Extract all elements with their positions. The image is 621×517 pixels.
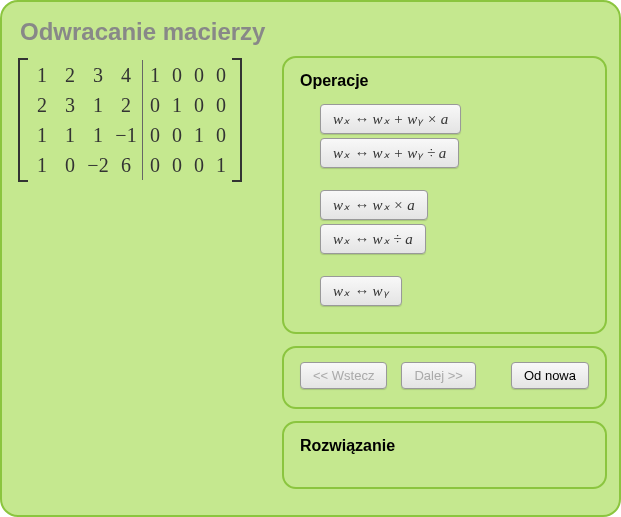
op-swap-button[interactable]: wₓ ↔ wᵧ: [320, 276, 402, 306]
reset-label: Od nowa: [524, 368, 576, 383]
op-btn-label: wₓ ↔ wₓ ÷ a: [333, 231, 413, 247]
op-add-div-button[interactable]: wₓ ↔ wₓ + wᵧ ÷ a: [320, 138, 459, 168]
matrix-cell: 1: [28, 64, 56, 87]
reset-button[interactable]: Od nowa: [511, 362, 589, 389]
matrix-cell: 2: [28, 94, 56, 117]
matrix-cell: 0: [188, 154, 210, 177]
matrix-separator: [142, 150, 143, 180]
matrix-cell: 1: [56, 124, 84, 147]
matrix-separator: [142, 90, 143, 120]
matrix-cell: 4: [112, 64, 140, 87]
matrix-cell: 0: [210, 124, 232, 147]
back-button[interactable]: << Wstecz: [300, 362, 387, 389]
matrix-cell: 0: [56, 154, 84, 177]
matrix-cell: 3: [84, 64, 112, 87]
op-btn-label: wₓ ↔ wₓ × a: [333, 197, 415, 213]
op-btn-label: wₓ ↔ wₓ + wᵧ × a: [333, 111, 448, 127]
right-column: Operacje wₓ ↔ wₓ + wᵧ × a wₓ ↔ wₓ + wᵧ ÷…: [282, 56, 607, 489]
matrix-cell: 1: [210, 154, 232, 177]
content: 1234100023120100111−1001010−260001 Opera…: [14, 56, 607, 489]
matrix-cell: 0: [166, 154, 188, 177]
matrix-cell: 1: [84, 124, 112, 147]
bracket-right: [234, 58, 242, 182]
matrix-cell: 0: [144, 94, 166, 117]
augmented-matrix: 1234100023120100111−1001010−260001: [14, 58, 274, 182]
matrix-cell: −2: [84, 154, 112, 177]
matrix-cell: 1: [28, 154, 56, 177]
back-label: << Wstecz: [313, 368, 374, 383]
matrix-cell: 1: [166, 94, 188, 117]
op-mul-button[interactable]: wₓ ↔ wₓ × a: [320, 190, 428, 220]
solution-title: Rozwiązanie: [300, 437, 589, 455]
op-btn-label: wₓ ↔ wᵧ: [333, 283, 389, 299]
matrix-grid: 1234100023120100111−1001010−260001: [26, 58, 234, 182]
matrix-separator: [142, 60, 143, 90]
op-group-3: wₓ ↔ wᵧ: [300, 276, 589, 310]
matrix-cell: 0: [188, 64, 210, 87]
next-button[interactable]: Dalej >>: [401, 362, 475, 389]
matrix-cell: 1: [84, 94, 112, 117]
matrix-cell: 0: [166, 124, 188, 147]
op-div-button[interactable]: wₓ ↔ wₓ ÷ a: [320, 224, 426, 254]
matrix-cell: 2: [56, 64, 84, 87]
matrix-cell: 0: [210, 94, 232, 117]
matrix-cell: 3: [56, 94, 84, 117]
matrix-separator: [142, 120, 143, 150]
matrix-cell: 1: [188, 124, 210, 147]
operations-panel: Operacje wₓ ↔ wₓ + wᵧ × a wₓ ↔ wₓ + wᵧ ÷…: [282, 56, 607, 334]
matrix-cell: 0: [188, 94, 210, 117]
solution-panel: Rozwiązanie: [282, 421, 607, 489]
op-btn-label: wₓ ↔ wₓ + wᵧ ÷ a: [333, 145, 446, 161]
bracket-left: [18, 58, 26, 182]
app-container: Odwracanie macierzy 1234100023120100111−…: [0, 0, 621, 517]
operations-title: Operacje: [300, 72, 589, 90]
matrix-cell: −1: [112, 124, 140, 147]
matrix-cell: 6: [112, 154, 140, 177]
matrix-cell: 1: [28, 124, 56, 147]
matrix-cell: 0: [166, 64, 188, 87]
matrix-panel: 1234100023120100111−1001010−260001: [14, 56, 274, 489]
matrix-cell: 0: [210, 64, 232, 87]
matrix-cell: 0: [144, 154, 166, 177]
matrix-cell: 0: [144, 124, 166, 147]
op-group-1: wₓ ↔ wₓ + wᵧ × a wₓ ↔ wₓ + wᵧ ÷ a: [300, 104, 589, 172]
matrix-cell: 1: [144, 64, 166, 87]
next-label: Dalej >>: [414, 368, 462, 383]
matrix-cell: 2: [112, 94, 140, 117]
op-group-2: wₓ ↔ wₓ × a wₓ ↔ wₓ ÷ a: [300, 190, 589, 258]
op-add-mul-button[interactable]: wₓ ↔ wₓ + wᵧ × a: [320, 104, 461, 134]
page-title: Odwracanie macierzy: [20, 18, 607, 46]
nav-panel: << Wstecz Dalej >> Od nowa: [282, 346, 607, 409]
